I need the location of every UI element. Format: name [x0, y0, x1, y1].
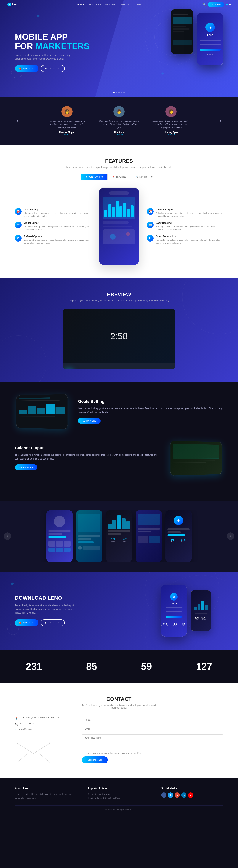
- hero-phone-primary: ◈ Leno: [197, 13, 223, 65]
- nav-home[interactable]: HOME: [77, 3, 84, 6]
- feature-goal-text: Like any self improving process, everyth…: [24, 212, 91, 218]
- message-input[interactable]: [82, 735, 223, 749]
- address-icon: 📍: [15, 717, 18, 720]
- feature-easy-reading: 📖 Easy Reading Keeping up with your pers…: [147, 221, 223, 231]
- feature-options-text: Configure the app options to provide a g…: [24, 239, 91, 245]
- tab-monitoring[interactable]: 🔍 MONITORING: [131, 174, 157, 180]
- screenshot-1: [46, 510, 72, 562]
- nav-features[interactable]: FEATURES: [89, 3, 101, 6]
- goal-setting-icon: 🎯: [15, 208, 22, 215]
- feature-goal-title: Goal Setting: [24, 208, 91, 211]
- features-detail-section: Goals Setting Leno can easily help you t…: [0, 382, 238, 501]
- nav-cta-button[interactable]: Get Started: [208, 2, 224, 7]
- screenshots-nav-right[interactable]: ›: [227, 532, 234, 540]
- contact-info: 📍 23 Innovator, San Francisco, CA 94103,…: [15, 717, 71, 765]
- hero-buttons: 🍎 APP STORE ▶ PLAY STORE: [15, 65, 223, 72]
- testimonial-text-1: This app has the potential of becoming a…: [46, 119, 88, 129]
- features-left: 🎯 Goal Setting Like any self improving p…: [15, 208, 91, 245]
- email-input[interactable]: [82, 725, 223, 732]
- feature-editor-text: Our visual editor provides an ergonomic …: [24, 225, 91, 231]
- screenshot-4: [136, 510, 162, 562]
- footer-social-title: Social Media: [161, 787, 223, 790]
- stat-divider-1: [64, 661, 64, 672]
- testimonial-1: 👩 This app has the potential of becoming…: [46, 106, 88, 136]
- download-section: Download Leno Target the right customers…: [0, 571, 238, 650]
- deco-diamond-1: [37, 14, 40, 18]
- testimonials-next[interactable]: ›: [218, 117, 223, 125]
- status-dot-1: [226, 3, 228, 5]
- features-phone: [99, 187, 139, 266]
- screenshots-nav-left[interactable]: ‹: [4, 532, 11, 540]
- hero-dots: [0, 92, 238, 93]
- feature-reading-title: Easy Reading: [156, 221, 223, 224]
- googleplus-button[interactable]: g: [175, 793, 180, 798]
- app-store-button[interactable]: 🍎 APP STORE: [15, 65, 38, 72]
- contact-section: CONTACT Don't hesitate to give us a call…: [0, 683, 238, 778]
- goals-title: Goals Setting: [78, 399, 223, 404]
- tab-configuring[interactable]: ⚙ CONFIGURING: [81, 174, 107, 180]
- hero-dot-1[interactable]: [113, 92, 114, 93]
- reading-icon: 📖: [147, 221, 154, 228]
- hero-dot-5[interactable]: [124, 92, 125, 93]
- search-icon[interactable]: 🔍: [203, 3, 206, 6]
- feature-calendar-title: Calendar Input: [156, 208, 223, 211]
- hero-dot-3[interactable]: [118, 92, 120, 93]
- stat-3: 59: [141, 661, 152, 672]
- deco-diamond-2: [161, 72, 164, 75]
- logo[interactable]: ◈ Leno: [7, 3, 19, 6]
- footer-link-1[interactable]: Get started by Downloading: [88, 793, 150, 796]
- testimonial-role-3: - Marketer: [150, 134, 192, 136]
- contact-address: 📍 23 Innovator, San Francisco, CA 94103,…: [15, 717, 71, 720]
- stats-section: 231 85 59 127: [0, 650, 238, 683]
- feature-detail-goals: Goals Setting Leno can easily help you t…: [15, 395, 223, 428]
- testimonials-prev[interactable]: ‹: [15, 117, 20, 125]
- goals-content: Goals Setting Leno can easily help you t…: [78, 399, 223, 424]
- contact-email: ✉ office@leno.com: [15, 728, 71, 731]
- testimonial-name-3: Lindsay Spire: [150, 131, 192, 134]
- hero-dot-2[interactable]: [116, 92, 117, 93]
- hero-dot-4[interactable]: [121, 92, 122, 93]
- phone-icon: 📞: [15, 722, 18, 725]
- stat-2: 85: [86, 661, 97, 672]
- tracking-icon: 📍: [112, 176, 115, 178]
- testimonial-3: 👩 Leno's support team is amazing. They'v…: [150, 106, 192, 136]
- play-store-button[interactable]: ▶ PLAY STORE: [41, 65, 65, 72]
- logo-text: Leno: [12, 3, 19, 6]
- feature-visual-editor: ✏ Visual Editor Our visual editor provid…: [15, 221, 91, 231]
- feature-foundation-title: Good Foundation: [156, 235, 223, 238]
- feature-detail-calendar: Calendar Input The calendar input functi…: [15, 441, 223, 475]
- nav-contact[interactable]: CONTACT: [134, 3, 145, 6]
- terms-checkbox[interactable]: [82, 751, 84, 754]
- testimonials-section: ‹ 👩 This app has the potential of becomi…: [0, 97, 238, 145]
- screenshots-inner: 8.5k Users 4.2 Rating: [0, 510, 238, 562]
- calendar-content: Calendar Input The calendar input functi…: [15, 445, 160, 470]
- preview-section: PREVIEW Target the right customers for y…: [0, 278, 238, 382]
- features-section: FEATURES Leno was designed based on inpu…: [0, 145, 238, 278]
- twitter-button[interactable]: t: [168, 793, 173, 798]
- footer-link-2[interactable]: Read our Terms & Conditions Policy: [88, 796, 150, 800]
- features-tabs: ⚙ CONFIGURING 📍 TRACKING 🔍 MONITORING: [15, 174, 223, 180]
- feature-foundation: 🏗 Good Foundation For a solid foundation…: [147, 235, 223, 245]
- testimonial-avatar-3: 👩: [166, 106, 177, 117]
- goals-learn-more[interactable]: LEARN MORE: [78, 418, 101, 424]
- footer: About Leno Leno is a product idea about …: [0, 778, 238, 816]
- calendar-phone: [171, 441, 223, 475]
- hero-app-icon: ◈: [205, 23, 215, 32]
- name-input[interactable]: [82, 717, 223, 723]
- submit-button[interactable]: Send Message: [82, 756, 108, 764]
- foundation-icon: 🏗: [147, 235, 154, 242]
- feature-calendar: 📅 Calendar Input Schedule your appointme…: [147, 208, 223, 218]
- stat-divider-2: [119, 661, 119, 672]
- nav-details[interactable]: DETAILS: [120, 3, 129, 6]
- feature-refined-options: ⚙ Refined Options Configure the app opti…: [15, 235, 91, 245]
- facebook-button[interactable]: f: [161, 793, 166, 798]
- calendar-learn-more[interactable]: LEARN MORE: [15, 464, 37, 470]
- testimonial-name-2: Tim Shaw: [99, 131, 139, 134]
- nav-pricing[interactable]: PRICING: [105, 3, 115, 6]
- linkedin-button[interactable]: in: [181, 793, 186, 798]
- email-icon: ✉: [15, 728, 17, 731]
- youtube-button[interactable]: ▶: [188, 793, 193, 798]
- feature-editor-title: Visual Editor: [24, 221, 91, 224]
- logo-icon: ◈: [7, 3, 11, 6]
- tab-tracking[interactable]: 📍 TRACKING: [107, 174, 131, 180]
